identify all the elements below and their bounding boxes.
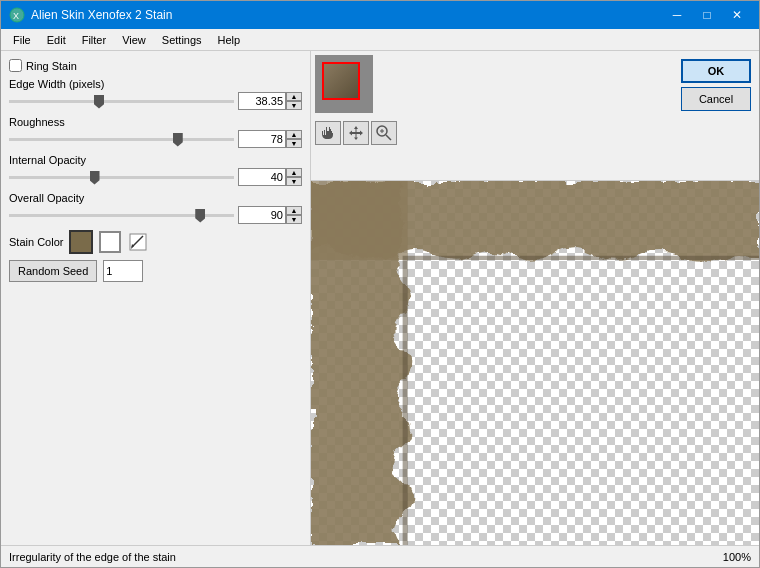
- roughness-row: Roughness ▲ ▼: [9, 116, 302, 148]
- edge-width-thumb[interactable]: [94, 95, 104, 109]
- ring-stain-label: Ring Stain: [26, 60, 77, 72]
- zoom-level: 100%: [723, 551, 751, 563]
- preview-thumb-inner: [322, 62, 360, 100]
- preview-area[interactable]: [311, 181, 759, 545]
- random-seed-button[interactable]: Random Seed: [9, 260, 97, 282]
- minimize-button[interactable]: ─: [663, 5, 691, 25]
- overall-opacity-spinner-buttons: ▲ ▼: [286, 206, 302, 224]
- overall-opacity-up[interactable]: ▲: [286, 206, 302, 215]
- move-icon: [348, 125, 364, 141]
- edge-width-spinner-group: ▲ ▼: [238, 92, 302, 110]
- title-text: Alien Skin Xenofex 2 Stain: [31, 8, 172, 22]
- svg-line-6: [386, 135, 391, 140]
- menu-bar: File Edit Filter View Settings Help: [1, 29, 759, 51]
- menu-filter[interactable]: Filter: [74, 32, 114, 48]
- edge-width-row: Edge Width (pixels) ▲ ▼: [9, 78, 302, 110]
- overall-opacity-input[interactable]: [238, 206, 286, 224]
- right-wrapper: OK Cancel: [311, 51, 759, 545]
- cancel-button[interactable]: Cancel: [681, 87, 751, 111]
- title-buttons: ─ □ ✕: [663, 5, 751, 25]
- menu-view[interactable]: View: [114, 32, 154, 48]
- internal-opacity-row: Internal Opacity ▲ ▼: [9, 154, 302, 186]
- stain-color-swatch-2[interactable]: [99, 231, 121, 253]
- edit-icon: [129, 233, 147, 251]
- preview-thumbnail: [315, 55, 373, 113]
- overall-opacity-spinner-group: ▲ ▼: [238, 206, 302, 224]
- roughness-spinner-buttons: ▲ ▼: [286, 130, 302, 148]
- internal-opacity-up[interactable]: ▲: [286, 168, 302, 177]
- overall-opacity-label: Overall Opacity: [9, 192, 302, 204]
- edit-color-button[interactable]: [127, 231, 149, 253]
- internal-opacity-down[interactable]: ▼: [286, 177, 302, 186]
- overall-opacity-control: ▲ ▼: [9, 206, 302, 224]
- overall-opacity-down[interactable]: ▼: [286, 215, 302, 224]
- zoom-tool-button[interactable]: [371, 121, 397, 145]
- hand-icon: [320, 125, 336, 141]
- roughness-label: Roughness: [9, 116, 302, 128]
- overall-opacity-row: Overall Opacity ▲ ▼: [9, 192, 302, 224]
- ok-cancel-area: OK Cancel: [677, 55, 755, 115]
- preview-thumb-area: [315, 55, 397, 145]
- title-bar: X Alien Skin Xenofex 2 Stain ─ □ ✕: [1, 1, 759, 29]
- status-bar: Irregularity of the edge of the stain 10…: [1, 545, 759, 567]
- overall-opacity-thumb[interactable]: [195, 209, 205, 223]
- random-seed-row: Random Seed: [9, 260, 302, 282]
- edge-width-up[interactable]: ▲: [286, 92, 302, 101]
- roughness-input[interactable]: [238, 130, 286, 148]
- ring-stain-row: Ring Stain: [9, 59, 302, 72]
- internal-opacity-label: Internal Opacity: [9, 154, 302, 166]
- zoom-icon: [376, 125, 392, 141]
- ok-button[interactable]: OK: [681, 59, 751, 83]
- tool-buttons: [315, 121, 397, 145]
- ring-stain-checkbox[interactable]: [9, 59, 22, 72]
- stain-preview: [311, 181, 759, 545]
- svg-text:X: X: [13, 11, 19, 21]
- internal-opacity-spinner-buttons: ▲ ▼: [286, 168, 302, 186]
- app-icon: X: [9, 7, 25, 23]
- right-top: OK Cancel: [311, 51, 759, 181]
- internal-opacity-spinner-group: ▲ ▼: [238, 168, 302, 186]
- stain-color-swatch[interactable]: [69, 230, 93, 254]
- roughness-slider[interactable]: [9, 138, 234, 141]
- internal-opacity-input[interactable]: [238, 168, 286, 186]
- roughness-control: ▲ ▼: [9, 130, 302, 148]
- maximize-button[interactable]: □: [693, 5, 721, 25]
- hand-tool-button[interactable]: [315, 121, 341, 145]
- internal-opacity-slider[interactable]: [9, 176, 234, 179]
- roughness-spinner-group: ▲ ▼: [238, 130, 302, 148]
- random-seed-input[interactable]: [103, 260, 143, 282]
- main-content: Ring Stain Edge Width (pixels) ▲ ▼ Rou: [1, 51, 759, 545]
- menu-help[interactable]: Help: [210, 32, 249, 48]
- stain-color-label: Stain Color: [9, 236, 63, 248]
- menu-file[interactable]: File: [5, 32, 39, 48]
- left-panel: Ring Stain Edge Width (pixels) ▲ ▼ Rou: [1, 51, 311, 545]
- title-bar-left: X Alien Skin Xenofex 2 Stain: [9, 7, 172, 23]
- close-button[interactable]: ✕: [723, 5, 751, 25]
- stain-color-row: Stain Color: [9, 230, 302, 254]
- roughness-down[interactable]: ▼: [286, 139, 302, 148]
- roughness-up[interactable]: ▲: [286, 130, 302, 139]
- svg-rect-9: [311, 181, 408, 260]
- edge-width-label: Edge Width (pixels): [9, 78, 302, 90]
- edge-width-down[interactable]: ▼: [286, 101, 302, 110]
- edge-width-input[interactable]: [238, 92, 286, 110]
- roughness-thumb[interactable]: [173, 133, 183, 147]
- edge-width-spinner-buttons: ▲ ▼: [286, 92, 302, 110]
- internal-opacity-thumb[interactable]: [90, 171, 100, 185]
- overall-opacity-slider[interactable]: [9, 214, 234, 217]
- edge-width-slider[interactable]: [9, 100, 234, 103]
- menu-edit[interactable]: Edit: [39, 32, 74, 48]
- internal-opacity-control: ▲ ▼: [9, 168, 302, 186]
- menu-settings[interactable]: Settings: [154, 32, 210, 48]
- status-message: Irregularity of the edge of the stain: [9, 551, 176, 563]
- edge-width-control: ▲ ▼: [9, 92, 302, 110]
- move-tool-button[interactable]: [343, 121, 369, 145]
